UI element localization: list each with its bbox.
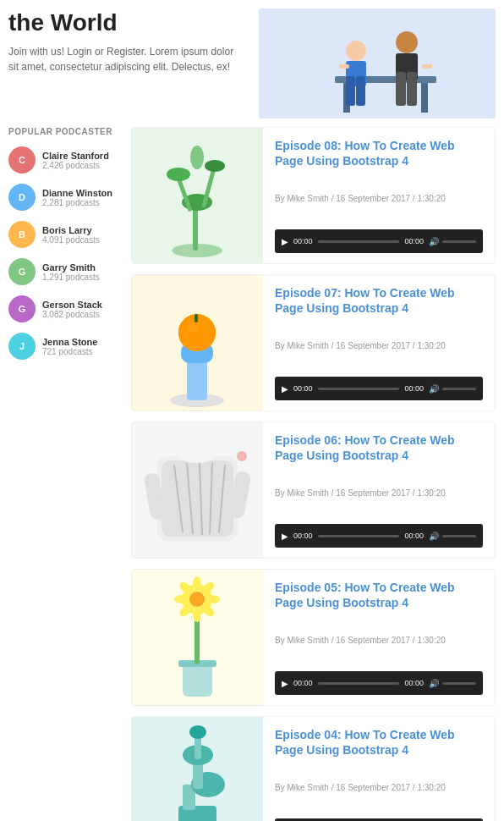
svg-rect-44 (183, 663, 212, 697)
podcaster-item-5[interactable]: JJenna Stone721 podcasts (8, 333, 123, 360)
episode-card-ep04: Episode 04: How To Create Web Page Using… (131, 716, 496, 821)
podcaster-item-1[interactable]: DDianne Winston2,281 podcasts (8, 184, 123, 211)
podcaster-count: 721 podcasts (42, 347, 97, 356)
hero-svg-illustration (259, 8, 496, 118)
episode-meta-ep05: By Mike Smith / 16 September 2017 / 1:30… (275, 636, 483, 645)
podcaster-info: Claire Stanford2,426 podcasts (42, 151, 109, 170)
mute-button-ep08[interactable]: 🔊 (429, 237, 439, 246)
svg-point-51 (174, 595, 189, 603)
mute-button-ep06[interactable]: 🔊 (429, 532, 439, 541)
episode-card-ep07: Episode 07: How To Create Web Page Using… (131, 274, 496, 411)
mute-button-ep05[interactable]: 🔊 (429, 679, 439, 688)
volume-bar-ep06[interactable] (442, 535, 476, 537)
episode-content-ep06: Episode 06: How To Create Web Page Using… (263, 422, 495, 558)
time-start-ep05: 00:00 (293, 679, 313, 687)
hero-title: the World (8, 8, 242, 37)
podcaster-name: Garry Smith (42, 262, 100, 273)
progress-bar-ep07[interactable] (318, 388, 400, 390)
podcaster-count: 1,291 podcasts (42, 273, 100, 282)
podcaster-info: Garry Smith1,291 podcasts (42, 262, 100, 282)
play-button-ep06[interactable]: ▶ (282, 532, 288, 541)
podcaster-name: Jenna Stone (42, 337, 97, 347)
svg-rect-7 (356, 76, 365, 106)
volume-bar-ep07[interactable] (442, 388, 476, 390)
episode-meta-ep07: By Mike Smith / 16 September 2017 / 1:30… (275, 341, 483, 350)
episode-card-ep05: Episode 05: How To Create Web Page Using… (131, 569, 496, 706)
svg-point-22 (190, 146, 204, 169)
episode-thumbnail-ep07 (132, 275, 263, 410)
svg-point-42 (237, 451, 247, 461)
podcaster-count: 3,082 podcasts (42, 310, 102, 319)
podcaster-item-0[interactable]: CClaire Stanford2,426 podcasts (8, 146, 123, 174)
hero-description: Join with us! Login or Register. Lorem i… (8, 44, 242, 74)
podcaster-info: Jenna Stone721 podcasts (42, 337, 97, 356)
episode-content-ep05: Episode 05: How To Create Web Page Using… (263, 570, 495, 705)
episode-thumbnail-ep06 (132, 422, 263, 558)
podcaster-name: Boris Larry (42, 225, 100, 235)
podcaster-item-4[interactable]: GGerson Stack3,082 podcasts (8, 295, 123, 322)
episode-thumbnail-ep08 (132, 128, 263, 263)
hero-section: the World Join with us! Login or Registe… (0, 0, 504, 127)
audio-player-ep05: ▶ 00:00 00:00 🔊 (275, 671, 483, 695)
podcaster-item-2[interactable]: BBoris Larry4,091 podcasts (8, 221, 123, 248)
episodes-container: Episode 08: How To Create Web Page Using… (131, 127, 496, 821)
mute-button-ep07[interactable]: 🔊 (429, 384, 439, 394)
progress-bar-ep08[interactable] (318, 240, 400, 243)
svg-rect-0 (259, 8, 496, 118)
time-end-ep08: 00:00 (404, 237, 424, 245)
time-end-ep06: 00:00 (404, 532, 424, 540)
svg-rect-6 (346, 76, 355, 106)
svg-rect-9 (422, 64, 432, 69)
episode-meta-ep06: By Mike Smith / 16 September 2017 / 1:30… (275, 488, 483, 498)
episode-card-ep08: Episode 08: How To Create Web Page Using… (131, 127, 496, 264)
svg-rect-16 (193, 204, 198, 251)
podcaster-item-3[interactable]: GGarry Smith1,291 podcasts (8, 258, 123, 285)
svg-rect-13 (407, 72, 417, 106)
progress-bar-ep06[interactable] (318, 535, 400, 537)
svg-point-57 (189, 592, 205, 607)
svg-point-49 (193, 576, 201, 592)
svg-point-19 (167, 168, 190, 181)
audio-player-ep07: ▶ 00:00 00:00 🔊 (275, 377, 483, 400)
svg-point-52 (205, 595, 220, 603)
podcaster-info: Gerson Stack3,082 podcasts (42, 300, 102, 319)
episode-title-ep08: Episode 08: How To Create Web Page Using… (275, 138, 483, 168)
play-button-ep08[interactable]: ▶ (282, 237, 288, 246)
episode-title-ep04: Episode 04: How To Create Web Page Using… (275, 727, 483, 758)
time-start-ep08: 00:00 (293, 237, 313, 245)
play-button-ep07[interactable]: ▶ (282, 384, 288, 394)
podcaster-name: Claire Stanford (42, 151, 109, 161)
episode-title-ep06: Episode 06: How To Create Web Page Using… (275, 433, 483, 463)
podcaster-count: 4,091 podcasts (42, 235, 100, 245)
progress-bar-ep05[interactable] (318, 682, 400, 685)
episodes-list: Episode 08: How To Create Web Page Using… (131, 127, 496, 821)
play-button-ep05[interactable]: ▶ (282, 679, 288, 688)
hero-illustration (259, 8, 496, 118)
episode-card-ep06: Episode 06: How To Create Web Page Using… (131, 422, 496, 559)
svg-rect-3 (421, 83, 428, 113)
episode-thumbnail-ep04 (132, 717, 263, 821)
podcaster-avatar-2: B (8, 221, 36, 248)
sidebar-title: Popular Podcaster (8, 127, 123, 136)
podcaster-avatar-4: G (8, 295, 36, 322)
podcaster-name: Dianne Winston (42, 188, 112, 198)
episode-title-ep05: Episode 05: How To Create Web Page Using… (275, 580, 483, 610)
episode-meta-ep08: By Mike Smith / 16 September 2017 / 1:30… (275, 194, 483, 203)
hero-image (259, 8, 496, 118)
podcaster-avatar-1: D (8, 184, 36, 211)
episode-meta-ep04: By Mike Smith / 16 September 2017 / 1:30… (275, 783, 483, 792)
time-start-ep06: 00:00 (293, 532, 313, 540)
volume-bar-ep08[interactable] (442, 240, 476, 243)
podcaster-count: 2,281 podcasts (42, 198, 112, 207)
podcaster-info: Boris Larry4,091 podcasts (42, 225, 100, 245)
podcasters-list: CClaire Stanford2,426 podcastsDDianne Wi… (8, 146, 123, 360)
time-end-ep05: 00:00 (404, 679, 424, 687)
volume-bar-ep05[interactable] (442, 682, 476, 685)
episode-content-ep07: Episode 07: How To Create Web Page Using… (263, 275, 495, 410)
svg-rect-8 (339, 64, 349, 69)
podcaster-avatar-3: G (8, 258, 36, 285)
svg-point-29 (188, 325, 198, 332)
podcaster-count: 2,426 podcasts (42, 161, 109, 170)
svg-point-21 (205, 160, 225, 172)
audio-player-ep08: ▶ 00:00 00:00 🔊 (275, 229, 483, 253)
